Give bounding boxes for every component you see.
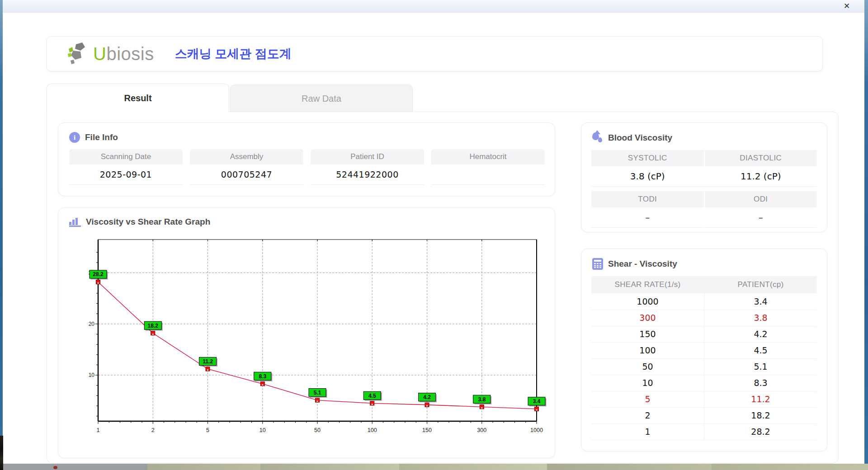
- file-info-header: i File Info: [69, 132, 545, 143]
- svg-text:4.5: 4.5: [368, 393, 376, 399]
- cell-shear-rate: 50: [591, 358, 704, 375]
- window-border-left: [0, 0, 3, 470]
- svg-text:18.2: 18.2: [148, 323, 159, 329]
- desktop-taskbar-strip: [0, 464, 868, 470]
- ubiosis-logo-text: Ubiosis: [93, 44, 154, 64]
- blood-viscosity-card: Blood Viscosity SYSTOLICDIASTOLIC3.8 (cP…: [581, 122, 827, 232]
- bv-metric-value: –: [591, 207, 704, 228]
- table-row: 108.3: [591, 375, 817, 391]
- table-row: 1004.5: [591, 342, 817, 358]
- svg-text:10: 10: [259, 427, 266, 433]
- blood-drops-icon: [592, 132, 603, 144]
- cell-shear-rate: 1: [591, 423, 704, 440]
- blood-viscosity-grid: SYSTOLICDIASTOLIC3.8 (cP)11.2 (cP)TODIOD…: [591, 150, 817, 228]
- svg-text:28.2: 28.2: [93, 271, 104, 277]
- shear-viscosity-title: Shear - Viscosity: [608, 259, 677, 269]
- bv-metric-label: DIASTOLIC: [705, 150, 817, 166]
- table-row: 10003.4: [591, 293, 817, 310]
- logo-letter-u: U: [93, 44, 106, 64]
- field-value: 52441922000: [311, 164, 424, 185]
- bv-metric-label: TODI: [591, 191, 704, 207]
- shear-viscosity-header: Shear - Viscosity: [592, 258, 817, 270]
- file-info-card: i File Info Scanning Date2025-09-01Assem…: [58, 122, 555, 196]
- cell-patient: 4.5: [704, 342, 817, 358]
- svg-text:3.8: 3.8: [478, 396, 486, 403]
- svg-text:5: 5: [206, 427, 209, 433]
- bv-metric-value: –: [705, 207, 817, 228]
- desktop-wallpaper-dot: [53, 466, 57, 469]
- cell-shear-rate: 300: [591, 310, 704, 326]
- chart-svg: 1020301251050100150300100028.218.211.28.…: [70, 233, 546, 445]
- file-info-field: Hematocrit: [431, 149, 545, 185]
- cell-patient: 8.3: [704, 375, 817, 391]
- svg-text:100: 100: [368, 427, 377, 433]
- svg-text:20: 20: [89, 321, 95, 327]
- cell-shear-rate: 2: [591, 407, 704, 423]
- left-column: i File Info Scanning Date2025-09-01Assem…: [58, 122, 555, 458]
- calculator-icon: [592, 258, 603, 270]
- file-info-field: Assembly000705247: [190, 149, 303, 185]
- shear-viscosity-card: Shear - Viscosity SHEAR RATE(1/s) PATIEN…: [581, 249, 827, 451]
- cell-patient: 4.2: [704, 326, 817, 342]
- file-info-field: Patient ID52441922000: [311, 149, 424, 185]
- svg-text:1: 1: [97, 427, 100, 433]
- svg-text:10: 10: [89, 372, 95, 378]
- graph-card: Viscosity vs Shear Rate Graph 1020301251…: [58, 207, 555, 458]
- blood-viscosity-header: Blood Viscosity: [592, 132, 817, 144]
- table-row: 505.1: [591, 358, 817, 375]
- cell-shear-rate: 10: [591, 375, 704, 391]
- info-icon: i: [69, 132, 80, 143]
- field-label: Hematocrit: [431, 149, 545, 164]
- brand-header-card: Ubiosis 스캐닝 모세관 점도계: [47, 36, 823, 71]
- cell-patient: 11.2: [704, 391, 817, 407]
- close-button[interactable]: ✕: [842, 2, 852, 11]
- bv-metric-value: 11.2 (cP): [705, 166, 817, 187]
- col-patient: PATIENT(cp): [704, 276, 817, 293]
- field-value: [431, 164, 545, 185]
- ubiosis-logo: Ubiosis: [67, 42, 154, 66]
- table-row: 1504.2: [591, 326, 817, 342]
- table-header-row: SHEAR RATE(1/s) PATIENT(cp): [591, 276, 817, 293]
- ubiosis-logo-icon: [67, 42, 90, 66]
- table-row: 128.2: [591, 423, 817, 440]
- svg-text:11.2: 11.2: [203, 358, 213, 365]
- field-label: Assembly: [190, 149, 303, 164]
- svg-text:2: 2: [151, 427, 155, 433]
- cell-shear-rate: 100: [591, 342, 704, 358]
- bv-metric-value: 3.8 (cP): [591, 166, 704, 187]
- file-info-fields: Scanning Date2025-09-01Assembly000705247…: [69, 149, 544, 185]
- tab-result[interactable]: Result: [47, 84, 229, 112]
- cell-patient: 18.2: [704, 407, 817, 423]
- shear-viscosity-table: SHEAR RATE(1/s) PATIENT(cp) 10003.43003.…: [591, 276, 817, 440]
- svg-text:50: 50: [314, 427, 321, 433]
- blood-viscosity-title: Blood Viscosity: [608, 133, 672, 143]
- cell-patient: 3.8: [704, 310, 817, 326]
- field-value: 000705247: [190, 164, 303, 185]
- field-label: Patient ID: [311, 149, 424, 164]
- svg-text:4.2: 4.2: [423, 394, 431, 400]
- app-window: Ubiosis 스캐닝 모세관 점도계 Result Raw Data i Fi…: [3, 13, 864, 464]
- cell-patient: 3.4: [704, 293, 817, 310]
- app-title-korean: 스캐닝 모세관 점도계: [175, 46, 292, 62]
- graph-header: Viscosity vs Shear Rate Graph: [69, 217, 545, 227]
- svg-text:150: 150: [422, 427, 432, 433]
- viscosity-shear-chart: 1020301251050100150300100028.218.211.28.…: [70, 233, 545, 445]
- desktop-wallpaper-corner: [0, 436, 3, 470]
- window-border-right: [864, 0, 868, 470]
- logo-rest: biosis: [106, 44, 154, 64]
- tab-raw-data[interactable]: Raw Data: [230, 85, 413, 112]
- table-row: 511.2: [591, 391, 817, 407]
- table-row: 3003.8: [591, 310, 817, 326]
- cell-shear-rate: 150: [591, 326, 704, 342]
- graph-title: Viscosity vs Shear Rate Graph: [86, 217, 210, 227]
- svg-text:3.4: 3.4: [533, 398, 541, 404]
- svg-text:8.3: 8.3: [259, 373, 266, 380]
- right-column: Blood Viscosity SYSTOLICDIASTOLIC3.8 (cP…: [581, 122, 827, 451]
- field-value: 2025-09-01: [69, 164, 183, 185]
- svg-text:300: 300: [477, 427, 486, 433]
- bar-chart-icon: [69, 217, 81, 227]
- col-shear-rate: SHEAR RATE(1/s): [591, 276, 704, 293]
- cell-shear-rate: 1000: [591, 293, 704, 310]
- bv-metric-label: ODI: [705, 191, 817, 207]
- file-info-title: File Info: [85, 132, 118, 142]
